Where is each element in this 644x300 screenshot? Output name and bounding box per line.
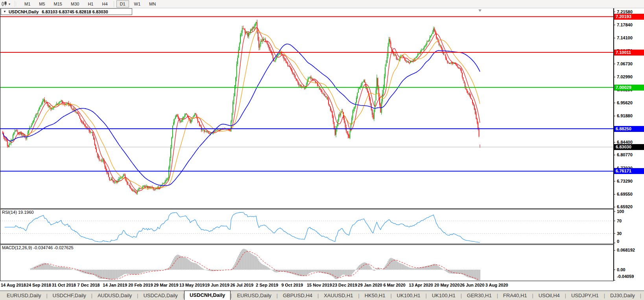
tab-bar: EURUSD,Daily|USDCHF,Daily|AUDUSD,Daily|U… <box>0 291 644 300</box>
tab-audusd-daily[interactable]: AUDUSD,Daily <box>92 291 137 300</box>
rsi-axis-label: 70 <box>617 219 622 223</box>
date-label: 13 May 2019 <box>179 283 205 287</box>
tab-uk100-h1[interactable]: UK100,H1 <box>392 291 426 300</box>
tab-uk100-h1[interactable]: UK100,H1 <box>427 291 461 300</box>
date-label: 24 Sep 2018 <box>26 283 51 287</box>
tab-usdjpy-h1[interactable]: USDJPY,H1 <box>566 291 604 300</box>
tab-china300-h1[interactable]: CHINA300,H1 <box>641 291 644 300</box>
candlestick-chart-icon <box>1 1 7 7</box>
tab-usdcad-daily[interactable]: USDCAD,Daily <box>138 291 183 300</box>
date-label: 29 Jan 2020 <box>358 283 382 287</box>
price-tick-label: 7.06730 <box>617 61 633 66</box>
toolbar-drag-handle[interactable] <box>15 2 16 7</box>
timeframe-button-w1[interactable]: W1 <box>131 0 144 7</box>
tab-eurusd-daily[interactable]: EURUSD,Daily <box>2 291 46 300</box>
date-label: 23 Dec 2019 <box>332 283 357 287</box>
tab-ger30-h1[interactable]: GER30,H1 <box>462 291 497 300</box>
price-tick-label: 6.91880 <box>617 113 633 118</box>
one-click-trading-collapse-icon[interactable]: ▼ <box>3 10 6 13</box>
tab-hk50-h1[interactable]: HK50,H1 <box>360 291 391 300</box>
rsi-axis-label: 100 <box>617 209 624 214</box>
trading-terminal-window: { "toolbar": { "chart_icon": "candlestic… <box>0 0 644 300</box>
price-tick-label: 6.84400 <box>617 140 633 144</box>
date-label: 29 Mar 2019 <box>154 283 178 287</box>
price-tick-label: 6.69550 <box>617 192 633 196</box>
date-label: 26 Jun 2020 <box>460 283 484 287</box>
price-tick-label: 7.14100 <box>617 35 633 40</box>
price-level-badge: 7.00029 <box>614 85 644 91</box>
price-tick-label: 7.21580 <box>617 9 633 14</box>
macd-label: MACD(12,26,9) -0.034746 -0.027625 <box>2 245 74 250</box>
current-price-badge: 6.83030 <box>614 144 644 150</box>
date-label: 9 Oct 2019 <box>281 283 303 287</box>
macd-axis-label: 0.00 <box>617 267 625 272</box>
tab-xauusd-h1[interactable]: XAUUSD,H1 <box>319 291 358 300</box>
chart-type-dropdown[interactable]: ▾ <box>0 0 11 7</box>
date-label: 20 May 2020 <box>434 283 459 287</box>
rsi-axis-label: 0 <box>617 239 619 244</box>
price-level-badge: 7.10011 <box>614 50 644 56</box>
chart-canvas[interactable] <box>0 0 644 300</box>
chart-shift-marker-icon <box>478 9 482 12</box>
date-label: 26 Jul 2019 <box>230 283 253 287</box>
timeframe-toolbar: ▾ M1M5M15M30H1H4D1W1MN <box>0 0 644 8</box>
macd-axis-label: -0.04059 <box>617 274 634 279</box>
ohlc-values: 6.83103 6.83745 6.82818 6.83030 <box>42 9 108 14</box>
ma-slow-line <box>3 44 480 186</box>
timeframe-button-m15[interactable]: M15 <box>50 0 66 7</box>
price-level-badge: 7.20193 <box>614 14 644 20</box>
tab-usoil-h4[interactable]: USOil,H4 <box>533 291 565 300</box>
rsi-line <box>5 212 480 243</box>
price-tick-label: 6.73290 <box>617 179 633 183</box>
symbol-period-label: USDCNH,Daily <box>9 9 39 14</box>
date-label: 14 Aug 2018 <box>1 283 26 287</box>
price-tick-label: 7.02990 <box>617 74 633 79</box>
price-level-badge: 6.76171 <box>614 168 644 174</box>
timeframe-button-m1[interactable]: M1 <box>21 0 34 7</box>
tab-gbpusd-h4[interactable]: GBPUSD,H4 <box>278 291 317 300</box>
price-level-badge: 6.88250 <box>614 126 644 132</box>
date-label: 2 Sep 2019 <box>256 283 278 287</box>
date-label: 20 Feb 2019 <box>128 283 153 287</box>
timeframe-buttons: M1M5M15M30H1H4D1W1MN <box>20 0 160 7</box>
date-label: 31 Oct 2018 <box>52 283 76 287</box>
date-axis[interactable]: 14 Aug 201824 Sep 201831 Oct 20187 Dec 2… <box>0 281 644 291</box>
tab-fra40-h1[interactable]: FRA40,H1 <box>498 291 532 300</box>
date-label: 7 Dec 2018 <box>77 283 100 287</box>
price-tick-label: 7.17840 <box>617 22 633 27</box>
price-tick-label: 6.80770 <box>617 152 633 157</box>
tab-eurusd-daily[interactable]: EURUSD,Daily <box>232 291 276 300</box>
date-label: 3 Aug 2020 <box>485 283 508 287</box>
timeframe-button-m30[interactable]: M30 <box>67 0 83 7</box>
tab-usdcnh-daily[interactable]: USDCNH,Daily <box>184 291 231 300</box>
chart-title: ▼ USDCNH,Daily 6.83103 6.83745 6.82818 6… <box>1 8 132 15</box>
timeframe-button-d1[interactable]: D1 <box>116 0 129 7</box>
tab-usdchf-daily[interactable]: USDCHF,Daily <box>48 291 91 300</box>
date-label: 14 Jan 2019 <box>103 283 127 287</box>
date-label: 6 Mar 2020 <box>383 283 405 287</box>
date-label: 13 Apr 2020 <box>409 283 433 287</box>
timeframe-button-m5[interactable]: M5 <box>35 0 48 7</box>
timeframe-button-mn[interactable]: MN <box>146 0 159 7</box>
date-label: 19 Jun 2019 <box>205 283 229 287</box>
rsi-label: RSI(14) 19.1960 <box>2 210 34 215</box>
tab-dj30-daily[interactable]: DJ30,Daily <box>605 291 640 300</box>
date-label: 15 Nov 2019 <box>307 283 332 287</box>
rsi-axis-label: 30 <box>617 231 622 236</box>
chevron-down-icon: ▾ <box>9 2 10 6</box>
price-tick-label: 6.95620 <box>617 100 633 105</box>
timeframe-button-h1[interactable]: H1 <box>84 0 97 7</box>
timeframe-button-h4[interactable]: H4 <box>98 0 111 7</box>
macd-axis-label: 0.068192 <box>617 248 635 252</box>
